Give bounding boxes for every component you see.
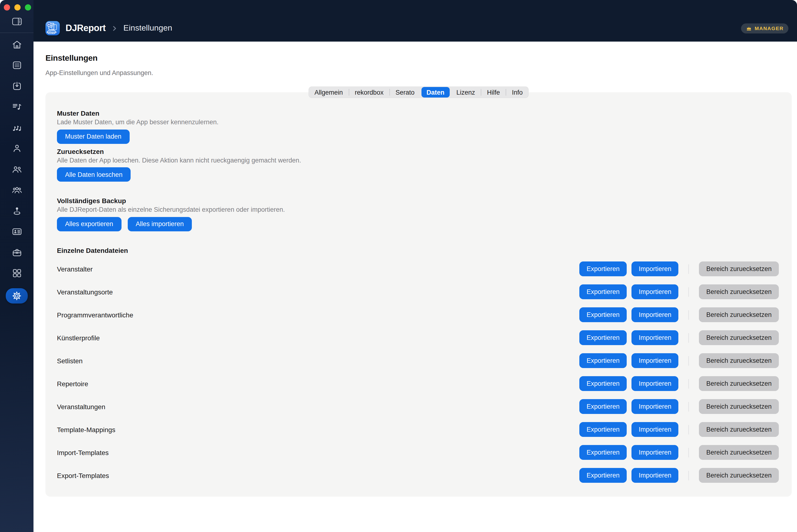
row-divider [689,402,689,411]
reset-area-button[interactable]: Bereich zuruecksetzen [699,284,779,299]
section-title: Zuruecksetzen [57,148,779,156]
data-file-row: Programmverantwortliche Exportieren Impo… [57,303,779,326]
people-three-icon [11,185,22,195]
page-title: Einstellungen [46,54,792,63]
import-button[interactable]: Importieren [632,353,678,368]
sidebar-item-home[interactable] [6,39,28,50]
section-backup: Vollständiges Backup Alle DJReport-Daten… [57,197,779,231]
export-button[interactable]: Exportieren [579,330,627,345]
sidebar-item-people-two[interactable] [6,164,28,175]
section-sample-data: Muster Daten Lade Muster Daten, um die A… [57,110,779,144]
tab-lizenz[interactable]: Lizenz [451,87,481,98]
sidebar-item-playlist[interactable] [6,101,28,113]
export-button[interactable]: Exportieren [579,445,627,460]
sidebar-item-person[interactable] [6,143,28,154]
sidebar-item-grid[interactable] [6,267,28,279]
tab-allgemein[interactable]: Allgemein [309,87,349,98]
import-all-button[interactable]: Alles importieren [127,217,192,231]
data-file-row: Veranstaltungsorte Exportieren Importier… [57,280,779,303]
export-button[interactable]: Exportieren [579,468,627,483]
data-file-row: Veranstaltungen Exportieren Importieren … [57,395,779,418]
sidebar-item-settings[interactable] [6,288,28,304]
data-file-row: Setlisten Exportieren Importieren Bereic… [57,349,779,372]
breadcrumb-current: Einstellungen [123,23,172,33]
import-button[interactable]: Importieren [632,330,678,345]
export-button[interactable]: Exportieren [579,262,627,276]
export-button[interactable]: Exportieren [579,284,627,299]
row-actions: Exportieren Importieren Bereich zuruecks… [579,468,779,483]
reset-area-button[interactable]: Bereich zuruecksetzen [699,445,779,460]
import-button[interactable]: Importieren [632,399,678,414]
main-column: DJReport DJReport Einstellungen [34,0,797,532]
reset-area-button[interactable]: Bereich zuruecksetzen [699,307,779,322]
export-all-button[interactable]: Alles exportieren [57,217,121,231]
sidebar-item-map-pin[interactable] [6,205,28,216]
sidebar-item-keypad[interactable] [6,59,28,71]
import-button[interactable]: Importieren [632,468,678,483]
row-divider [689,448,689,457]
data-file-label: Künstlerprofile [57,334,100,342]
row-divider [689,264,689,274]
row-divider [689,310,689,320]
id-card-icon [11,226,22,237]
delete-all-data-button[interactable]: Alle Daten loeschen [57,167,131,182]
breadcrumb-app-name: DJReport [66,23,106,34]
tab-hilfe[interactable]: Hilfe [481,87,506,98]
row-actions: Exportieren Importieren Bereich zuruecks… [579,445,779,460]
row-actions: Exportieren Importieren Bereich zuruecks… [579,399,779,414]
sidebar-item-people-three[interactable] [6,184,28,196]
section-title: Muster Daten [57,110,779,118]
settings-page: Einstellungen App-Einstellungen und Anpa… [34,42,797,532]
sidebar-item-id-card[interactable] [6,226,28,237]
data-file-label: Repertoire [57,380,88,387]
minimize-window-button[interactable] [14,4,21,11]
data-file-label: Veranstaltungsorte [57,288,113,296]
map-pin-icon [11,205,22,216]
reset-area-button[interactable]: Bereich zuruecksetzen [699,399,779,414]
reset-area-button[interactable]: Bereich zuruecksetzen [699,376,779,391]
reset-area-button[interactable]: Bereich zuruecksetzen [699,262,779,276]
reset-area-button[interactable]: Bereich zuruecksetzen [699,353,779,368]
export-button[interactable]: Exportieren [579,422,627,437]
import-button[interactable]: Importieren [632,445,678,460]
import-button[interactable]: Importieren [632,307,678,322]
tab-daten[interactable]: Daten [421,87,450,97]
tab-rekordbox[interactable]: rekordbox [349,87,389,98]
data-file-row: Veranstalter Exportieren Importieren Ber… [57,258,779,280]
data-files-list: Veranstalter Exportieren Importieren Ber… [57,258,779,487]
export-button[interactable]: Exportieren [579,307,627,322]
tab-serato[interactable]: Serato [390,87,420,98]
row-divider [689,333,689,342]
data-file-label: Export-Templates [57,472,109,479]
row-actions: Exportieren Importieren Bereich zuruecks… [579,353,779,368]
import-button[interactable]: Importieren [632,422,678,437]
export-button[interactable]: Exportieren [579,376,627,391]
sidebar-item-briefcase[interactable] [6,247,28,258]
close-window-button[interactable] [4,4,10,11]
data-file-label: Veranstaltungen [57,403,105,410]
data-file-label: Template-Mappings [57,426,115,433]
row-divider [689,356,689,365]
gear-icon [12,291,22,301]
row-divider [689,379,689,388]
sidebar-item-music-notes[interactable] [6,122,28,133]
logo-text: DJReport [47,31,56,34]
zoom-window-button[interactable] [25,4,31,11]
sidebar-item-import[interactable] [6,80,28,92]
load-sample-data-button[interactable]: Muster Daten laden [57,129,130,144]
data-file-label: Veranstalter [57,265,93,273]
reset-area-button[interactable]: Bereich zuruecksetzen [699,468,779,483]
export-button[interactable]: Exportieren [579,399,627,414]
import-button[interactable]: Importieren [632,284,678,299]
tab-info[interactable]: Info [506,87,528,98]
data-files-title: Einzelne Datendateien [57,246,779,254]
data-file-label: Setlisten [57,357,83,364]
sidebar-toggle-button[interactable] [12,18,22,27]
reset-area-button[interactable]: Bereich zuruecksetzen [699,422,779,437]
import-button[interactable]: Importieren [632,262,678,276]
import-button[interactable]: Importieren [632,376,678,391]
row-actions: Exportieren Importieren Bereich zuruecks… [579,307,779,322]
reset-area-button[interactable]: Bereich zuruecksetzen [699,330,779,345]
manager-badge[interactable]: MANAGER [741,23,789,33]
export-button[interactable]: Exportieren [579,353,627,368]
